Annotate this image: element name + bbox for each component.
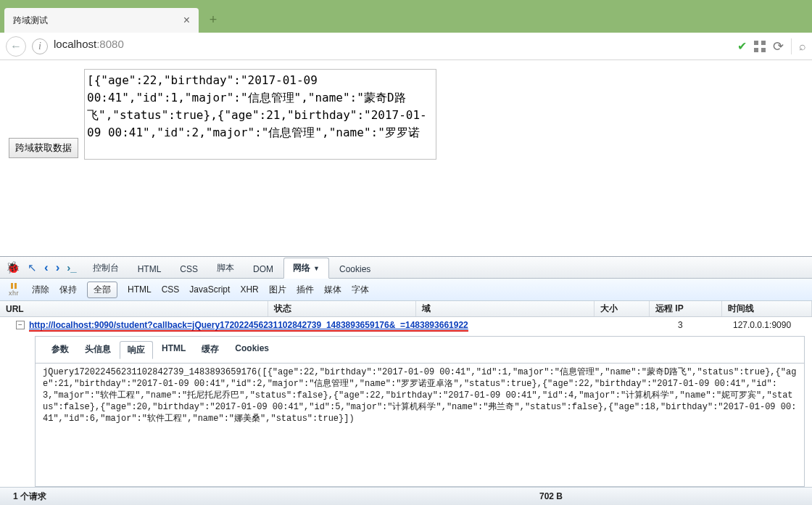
back-button[interactable]: ← (6, 36, 26, 57)
filter-all[interactable]: 全部 (87, 282, 117, 298)
detail-tab-headers[interactable]: 头信息 (78, 341, 118, 359)
search-icon[interactable]: ⌕ (799, 40, 806, 53)
divider (791, 38, 792, 54)
devtools-status-bar: 1 个请求 702 B (0, 487, 812, 505)
filter-image[interactable]: 图片 (269, 284, 286, 296)
detail-tab-params[interactable]: 参数 (44, 341, 76, 359)
filter-media[interactable]: 媒体 (324, 284, 341, 296)
tab-script[interactable]: 脚本 (208, 258, 243, 278)
tab-css[interactable]: CSS (171, 260, 207, 278)
filter-xhr[interactable]: XHR (240, 284, 258, 295)
request-detail-panel: 参数 头信息 响应 HTML 缓存 Cookies jQuery17202245… (35, 336, 805, 487)
tab-network-label: 网络 (293, 263, 310, 273)
page-content: 跨域获取数据 (0, 60, 812, 256)
firebug-icon[interactable]: 🐞 (6, 260, 20, 274)
refresh-icon[interactable]: ⟳ (773, 38, 784, 54)
col-status[interactable]: 状态 (268, 301, 416, 316)
filter-css[interactable]: CSS (162, 284, 180, 295)
request-count: 1 个请求 (13, 490, 46, 503)
devtools-panel: 🐞 ↖ ‹ › ›_ 控制台 HTML CSS 脚本 DOM 网络▼ Cooki… (0, 256, 812, 505)
col-timeline[interactable]: 时间线 (722, 301, 812, 316)
console-icon[interactable]: ›_ (67, 261, 76, 274)
request-url-link[interactable]: http://localhost:9090/student?callback=j… (29, 320, 468, 330)
new-tab-button[interactable]: + (206, 12, 220, 27)
detail-tab-html[interactable]: HTML (154, 341, 193, 359)
result-textarea[interactable] (84, 69, 436, 160)
collapse-icon[interactable]: − (16, 321, 25, 329)
devtools-toolbar: 🐞 ↖ ‹ › ›_ 控制台 HTML CSS 脚本 DOM 网络▼ Cooki… (0, 257, 812, 279)
chevron-down-icon: ▼ (313, 265, 320, 272)
tab-html[interactable]: HTML (129, 260, 170, 278)
detail-tab-cookies[interactable]: Cookies (228, 341, 276, 359)
request-url-text: http://localhost:9090/student?callback=j… (29, 320, 468, 332)
url-port: :8080 (96, 38, 124, 50)
network-column-headers: URL 状态 域 大小 远程 IP 时间线 (0, 301, 812, 317)
qr-icon[interactable] (754, 41, 766, 52)
col-url[interactable]: URL (0, 301, 268, 316)
tab-network[interactable]: 网络▼ (283, 258, 329, 279)
cell-size: 3 (672, 317, 727, 333)
tab-console[interactable]: 控制台 (84, 258, 128, 278)
url-bar: ← i localhost:8080 ✔ ⟳ ⌕ (0, 33, 812, 60)
persist-button[interactable]: 保持 (59, 284, 77, 296)
request-row[interactable]: − http://localhost:9090/student?callback… (0, 317, 812, 333)
url-host: localhost (54, 38, 96, 50)
col-remote-ip[interactable]: 远程 IP (650, 301, 722, 316)
security-shield-icon[interactable]: ✔ (737, 39, 747, 53)
filter-font[interactable]: 字体 (352, 284, 369, 296)
cell-remote-ip: 127.0.0.1:9090 (727, 317, 800, 333)
browser-tab-title: 跨域测试 (13, 15, 183, 27)
response-body[interactable]: jQuery172022456231102842739_148389365917… (36, 363, 804, 432)
cell-timeline (800, 317, 812, 333)
address-input[interactable]: localhost:8080 (54, 38, 732, 55)
tab-cookies[interactable]: Cookies (331, 260, 379, 278)
transferred-bytes: 702 B (539, 491, 563, 501)
clear-button[interactable]: 清除 (32, 284, 49, 296)
filter-html[interactable]: HTML (128, 284, 152, 295)
detail-tabs: 参数 头信息 响应 HTML 缓存 Cookies (36, 337, 804, 364)
nav-prev-icon[interactable]: ‹ (44, 260, 49, 275)
fetch-cross-origin-button[interactable]: 跨域获取数据 (9, 138, 78, 158)
tab-dom[interactable]: DOM (244, 260, 282, 278)
filter-plugin[interactable]: 插件 (297, 284, 314, 296)
element-picker-icon[interactable]: ↖ (28, 261, 37, 274)
network-filter-bar: xhr 清除 保持 全部 HTML CSS JavaScript XHR 图片 … (0, 279, 812, 301)
detail-tab-response[interactable]: 响应 (120, 341, 153, 359)
site-info-icon[interactable]: i (32, 38, 48, 54)
pause-capture-icon[interactable]: xhr (6, 283, 22, 297)
filter-js[interactable]: JavaScript (189, 284, 230, 295)
browser-tab[interactable]: 跨域测试 × (4, 8, 199, 33)
col-size[interactable]: 大小 (594, 301, 650, 316)
browser-tab-strip: 跨域测试 × + (0, 0, 812, 33)
detail-tab-cache[interactable]: 缓存 (194, 341, 226, 359)
col-domain[interactable]: 域 (416, 301, 594, 316)
close-tab-icon[interactable]: × (183, 14, 190, 27)
nav-next-icon[interactable]: › (56, 260, 60, 275)
